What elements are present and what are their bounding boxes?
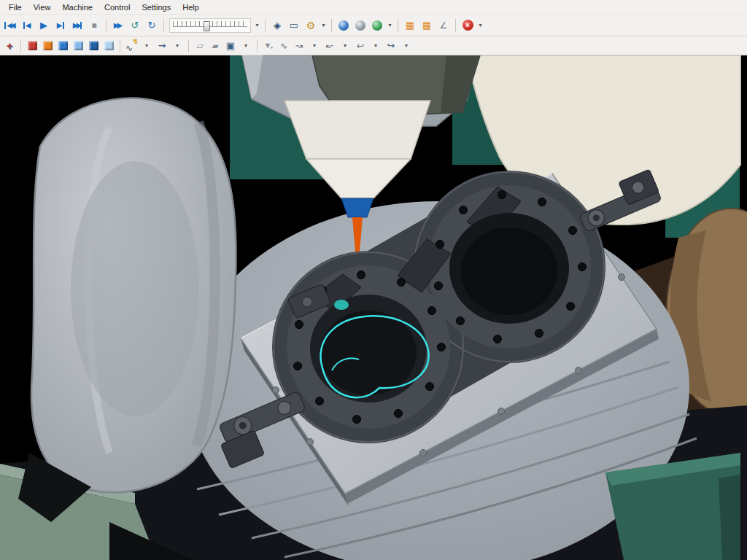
blue-cube-icon [58, 41, 68, 50]
display-toolbar: + ∿ ↯ ▾ ⇝ ▾ ▱ ▰ ▣ ▾ ▼ ● ∿ ↝ ▾ [0, 36, 747, 55]
toolpath-curve-icon: ↜ [326, 42, 333, 50]
stop-on-error-button[interactable]: × [460, 18, 476, 34]
toolpath-curve-icon: ↪ [387, 41, 395, 50]
toolbar-separator [331, 19, 332, 32]
toolpath-option-3-button[interactable]: ↩ [353, 39, 368, 53]
rotate-cw-icon: ↻ [148, 20, 156, 30]
menu-file[interactable]: File [3, 0, 28, 14]
stop-icon: ■ [91, 21, 96, 30]
toolbar-separator [257, 39, 258, 52]
toolpath-lightning-icon: ∿ ↯ [125, 40, 137, 52]
nc-editor-button[interactable]: ▭ [286, 18, 302, 34]
machine-origin-button[interactable]: + [2, 39, 17, 53]
toolpath-option-2-dropdown[interactable]: ▾ [338, 39, 352, 53]
collision-check-button[interactable]: ▦ [402, 18, 418, 34]
gear-icon: ⚙ [306, 20, 316, 31]
stock-target-icon: ▣ [226, 41, 235, 50]
cone-ball-tool-icon: ▼ ● [263, 42, 273, 50]
chevron-down-icon: ▾ [255, 23, 258, 28]
simulation-toolbar: ◀◀ ◀ ▶ ▶ ▶▶ ■ ▶▶ ↺ ↻ ▾ ◈ ▭ ⚙ ▾ ▾ ▦ ▦ ∠ ×… [0, 15, 747, 36]
skip-to-end-button[interactable]: ▶▶ [69, 18, 85, 34]
pale-blue-cube-icon [104, 41, 114, 50]
view-cube-pale-blue-button[interactable] [101, 39, 116, 53]
machine-3d-viewport[interactable] [0, 55, 747, 560]
fast-forward-icon: ▶▶ [114, 22, 123, 29]
toolpath-option-4-dropdown[interactable]: ▾ [399, 39, 414, 53]
stock-target-button[interactable]: ▣ [223, 39, 238, 53]
toolbar-separator [106, 19, 107, 32]
machine-scene [0, 55, 747, 560]
fast-forward-button[interactable]: ▶▶ [110, 18, 126, 34]
view-cube-light-blue-button[interactable] [71, 39, 85, 53]
view-cube-blue-button[interactable] [55, 39, 70, 53]
step-forward-button[interactable]: ▶ [53, 18, 69, 34]
solid-view-button[interactable] [336, 18, 352, 34]
toolbar-separator [188, 39, 189, 52]
toolpath-analyze-button[interactable]: ⇝ [155, 39, 169, 53]
rotate-cw-button[interactable]: ↻ [144, 18, 160, 34]
machine-settings-button[interactable]: ⚙ [303, 18, 319, 34]
toolpath-option-1-button[interactable]: ↝ [292, 39, 306, 53]
collision-report-button[interactable]: ▦ [419, 18, 435, 34]
chevron-down-icon: ▾ [374, 43, 377, 49]
view-cube-dark-blue-button[interactable] [86, 39, 101, 53]
menu-help[interactable]: Help [177, 0, 205, 14]
stock-solid-icon: ▰ [212, 42, 218, 50]
gray-sphere-icon [355, 20, 365, 31]
wire-view-button[interactable] [352, 18, 368, 34]
stock-solid-button[interactable]: ▰ [208, 39, 222, 53]
skip-to-start-button[interactable]: ◀◀ [2, 18, 18, 34]
toolpath-option-1-dropdown[interactable]: ▾ [307, 39, 322, 53]
toolpath-curve-icon: ↩ [357, 42, 364, 50]
toolbar-separator [163, 19, 164, 32]
tool-display-button[interactable]: ▼ ● [261, 39, 276, 53]
toolpath-analyze-dropdown[interactable]: ▾ [170, 39, 185, 53]
play-icon: ▶ [40, 20, 47, 30]
collision-grid-icon: ▦ [422, 20, 431, 30]
stock-flat-icon: ▱ [196, 42, 203, 50]
play-button[interactable]: ▶ [36, 18, 52, 34]
world-view-button[interactable] [369, 18, 385, 34]
toolpath-simulate-button[interactable]: ∿ ↯ [124, 39, 139, 53]
stock-flat-button[interactable]: ▱ [193, 39, 207, 53]
stop-button[interactable]: ■ [86, 18, 102, 34]
measure-button[interactable]: ∠ [436, 18, 452, 34]
speed-dropdown-button[interactable]: ▾ [253, 18, 261, 34]
slider-thumb[interactable] [204, 21, 210, 31]
error-stop-icon: × [462, 20, 473, 31]
toolpath-option-4-button[interactable]: ↪ [384, 39, 398, 53]
rotate-ccw-button[interactable]: ↺ [127, 18, 143, 34]
step-backward-icon: ◀ [23, 22, 31, 29]
curve-glyph: ∿ [125, 44, 133, 52]
toolpath-option-3-dropdown[interactable]: ▾ [368, 39, 383, 53]
dark-blue-cube-icon [89, 41, 98, 50]
toolpath-simulate-dropdown[interactable]: ▾ [139, 39, 154, 53]
stock-cube-orange-button[interactable] [40, 39, 55, 53]
ball-glyph: ● [270, 44, 273, 50]
chevron-down-icon: ▾ [313, 43, 316, 49]
settings-dropdown-button[interactable]: ▾ [320, 18, 328, 34]
globe-icon [372, 20, 382, 31]
menu-machine[interactable]: Machine [56, 0, 98, 14]
stock-dropdown[interactable]: ▾ [239, 39, 253, 53]
stock-cube-red-button[interactable] [25, 39, 39, 53]
menu-control[interactable]: Control [98, 0, 136, 14]
red-cube-icon [28, 41, 37, 50]
error-dropdown-button[interactable]: ▾ [476, 18, 484, 34]
block-mode-button[interactable]: ◈ [269, 18, 285, 34]
collision-grid-icon: ▦ [406, 20, 414, 30]
chevron-down-icon: ▾ [244, 43, 247, 49]
skip-to-end-icon: ▶▶ [73, 22, 82, 29]
nc-editor-icon: ▭ [290, 20, 298, 30]
toolpath-option-2-button[interactable]: ↜ [322, 39, 337, 53]
chevron-down-icon: ▾ [388, 23, 391, 28]
menu-settings[interactable]: Settings [136, 0, 177, 14]
speed-slider[interactable] [169, 18, 251, 33]
step-backward-button[interactable]: ◀ [19, 18, 35, 34]
view-mode-dropdown-button[interactable]: ▾ [386, 18, 394, 34]
curve-display-button[interactable]: ∿ [276, 39, 291, 53]
step-forward-icon: ▶ [57, 22, 65, 29]
chevron-down-icon: ▾ [176, 43, 179, 49]
chevron-down-icon: ▾ [145, 43, 148, 49]
menu-view[interactable]: View [28, 0, 57, 14]
